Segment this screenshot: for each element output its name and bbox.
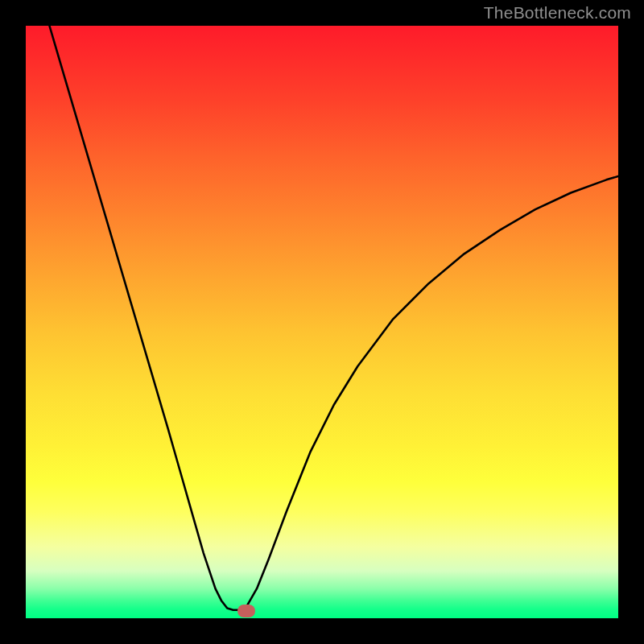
chart-frame: TheBottleneck.com xyxy=(0,0,644,644)
optimal-point-marker xyxy=(237,605,255,617)
plot-area xyxy=(26,26,618,618)
watermark-text: TheBottleneck.com xyxy=(484,3,631,23)
